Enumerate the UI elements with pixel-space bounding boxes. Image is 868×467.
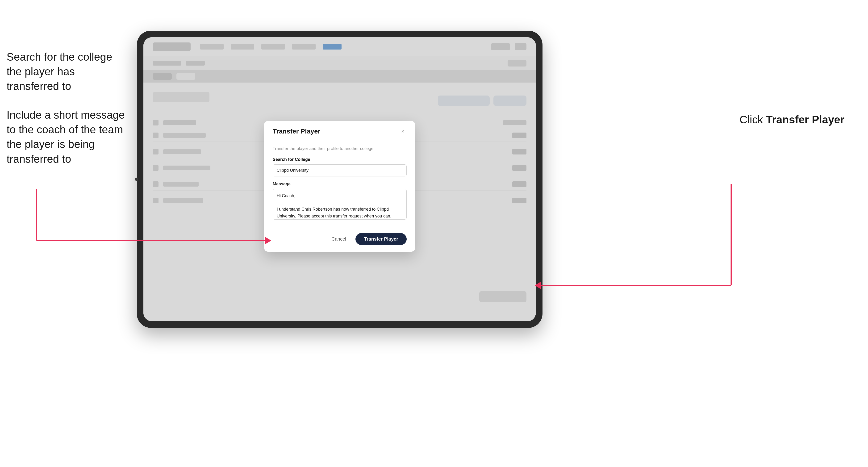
modal-title: Transfer Player	[273, 128, 320, 135]
transfer-player-button[interactable]: Transfer Player	[355, 233, 407, 245]
tablet-screen: Transfer Player × Transfer the player an…	[144, 37, 536, 321]
tablet-camera	[135, 178, 138, 181]
search-college-input[interactable]	[273, 164, 407, 177]
modal-overlay: Transfer Player × Transfer the player an…	[144, 37, 536, 321]
modal-body: Transfer the player and their profile to…	[264, 140, 415, 228]
annotation-click-text: Click Transfer Player	[739, 113, 844, 126]
annotation-left-container: Search for the college the player has tr…	[7, 50, 129, 181]
annotation-message-text: Include a short message to the coach of …	[7, 107, 129, 166]
modal-header: Transfer Player ×	[264, 121, 415, 140]
tablet-frame: Transfer Player × Transfer the player an…	[137, 31, 542, 328]
transfer-player-modal: Transfer Player × Transfer the player an…	[264, 121, 415, 251]
annotation-search-text: Search for the college the player has tr…	[7, 50, 129, 93]
message-textarea[interactable]: Hi Coach, I understand Chris Robertson h…	[273, 189, 407, 220]
modal-footer: Cancel Transfer Player	[264, 228, 415, 252]
modal-close-button[interactable]: ×	[399, 128, 407, 135]
annotation-right-container: Click Transfer Player	[739, 113, 844, 126]
cancel-button[interactable]: Cancel	[327, 234, 351, 245]
search-college-label: Search for College	[273, 157, 407, 162]
modal-description: Transfer the player and their profile to…	[273, 146, 407, 152]
message-label: Message	[273, 182, 407, 187]
